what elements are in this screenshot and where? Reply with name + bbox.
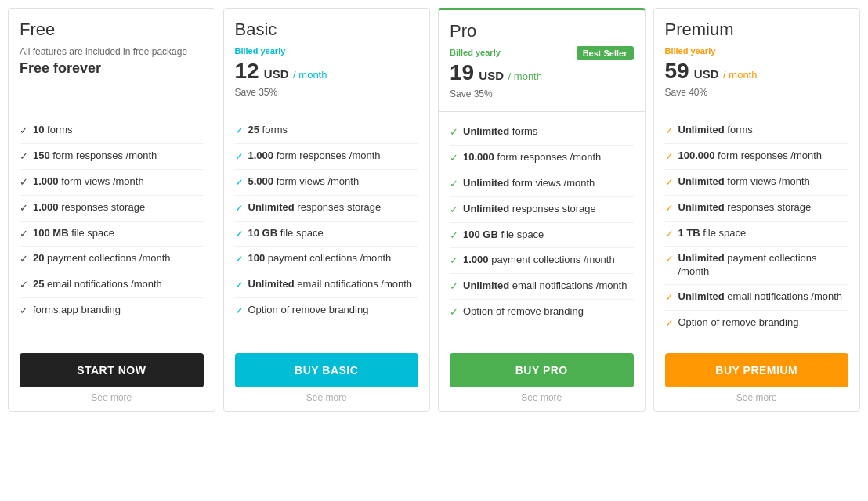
check-icon: ✓: [235, 279, 244, 292]
check-icon: ✓: [20, 228, 28, 241]
feature-item: ✓ 10 forms: [20, 118, 204, 144]
cta-button-free[interactable]: START NOW: [20, 353, 204, 387]
feature-text: Unlimited form views /month: [678, 175, 810, 189]
feature-text: 10 GB file space: [248, 227, 324, 240]
plan-name-basic: Basic: [235, 20, 419, 40]
plan-footer-basic: BUY BASICSee more: [224, 344, 430, 411]
feature-item: ✓ forms.app branding: [20, 298, 204, 323]
feature-text: Unlimited payment collections /month: [678, 252, 849, 279]
feature-item: ✓ 5.000 form views /month: [235, 170, 419, 196]
feature-item: ✓ 1.000 form views /month: [20, 170, 204, 196]
price-row-pro: 19 USD / month: [450, 60, 634, 85]
feature-item: ✓ 25 forms: [235, 118, 419, 144]
see-more-free[interactable]: See more: [20, 387, 204, 405]
feature-item: ✓ Unlimited responses storage: [665, 196, 849, 222]
features-list-basic: ✓ 25 forms✓ 1.000 form responses /month✓…: [224, 110, 430, 344]
plan-header-pro: Pro Billed yearly Best Seller 19 USD / m…: [439, 10, 645, 112]
feature-item: ✓ Unlimited form views /month: [450, 171, 634, 197]
feature-text: Option of remove branding: [678, 316, 799, 330]
billed-label-premium: Billed yearly: [665, 46, 849, 56]
billed-label-basic: Billed yearly: [235, 46, 419, 56]
price-currency-pro: USD: [476, 69, 504, 82]
plan-header-free: FreeAll features are included in free pa…: [9, 9, 215, 110]
cta-button-basic[interactable]: BUY BASIC: [235, 353, 419, 387]
feature-item: ✓ 100 GB file space: [450, 223, 634, 249]
features-list-free: ✓ 10 forms✓ 150 form responses /month✓ 1…: [9, 110, 215, 344]
feature-text: Option of remove branding: [248, 304, 369, 317]
best-seller-badge: Best Seller: [577, 46, 634, 60]
feature-text: 1 TB file space: [678, 227, 747, 240]
feature-item: ✓ 25 email notifications /month: [20, 272, 204, 298]
feature-item: ✓ 10 GB file space: [235, 222, 419, 247]
check-icon: ✓: [450, 152, 458, 165]
price-per-premium: / month: [721, 69, 758, 81]
feature-text: Unlimited email notifications /month: [248, 278, 413, 291]
plan-header-basic: BasicBilled yearly 12 USD / month Save 3…: [224, 9, 430, 110]
price-amount-pro: 19: [450, 60, 474, 85]
feature-item: ✓ 100.000 form responses /month: [665, 144, 849, 170]
price-currency-basic: USD: [261, 67, 289, 81]
features-list-pro: ✓ Unlimited forms✓ 10.000 form responses…: [439, 112, 645, 344]
check-icon: ✓: [665, 176, 674, 189]
check-icon: ✓: [235, 253, 244, 266]
feature-text: Unlimited responses storage: [248, 201, 382, 214]
plan-footer-pro: BUY PROSee more: [439, 344, 645, 411]
save-text-basic: Save 35%: [235, 87, 419, 98]
feature-item: ✓ 1.000 payment collections /month: [450, 248, 634, 274]
feature-text: 1.000 responses storage: [33, 201, 145, 214]
cta-button-pro[interactable]: BUY PRO: [450, 353, 634, 387]
check-icon: ✓: [20, 279, 28, 292]
see-more-pro[interactable]: See more: [450, 387, 634, 405]
feature-text: Option of remove branding: [463, 305, 584, 319]
save-text-premium: Save 40%: [665, 87, 849, 98]
check-icon: ✓: [665, 202, 674, 215]
check-icon: ✓: [20, 305, 28, 318]
feature-item: ✓ 20 payment collections /month: [20, 247, 204, 272]
feature-text: 5.000 form views /month: [248, 175, 360, 189]
plan-footer-free: START NOWSee more: [9, 344, 215, 411]
check-icon: ✓: [450, 126, 458, 139]
feature-text: Unlimited forms: [463, 125, 537, 139]
check-icon: ✓: [235, 176, 244, 189]
feature-text: Unlimited email notifications /month: [678, 290, 843, 304]
feature-item: ✓ 1 TB file space: [665, 222, 849, 247]
plan-card-basic: BasicBilled yearly 12 USD / month Save 3…: [223, 8, 431, 412]
check-icon: ✓: [450, 306, 458, 319]
feature-item: ✓ Unlimited forms: [665, 118, 849, 144]
feature-item: ✓ 1.000 form responses /month: [235, 144, 419, 170]
price-amount-premium: 59: [665, 59, 689, 84]
check-icon: ✓: [20, 124, 28, 138]
check-icon: ✓: [450, 254, 458, 268]
check-icon: ✓: [450, 280, 458, 294]
cta-button-premium[interactable]: BUY PREMIUM: [665, 353, 849, 387]
feature-item: ✓ Option of remove branding: [665, 311, 849, 336]
check-icon: ✓: [235, 202, 244, 215]
see-more-basic[interactable]: See more: [235, 387, 419, 405]
free-forever-label: Free forever: [20, 60, 204, 77]
feature-text: Unlimited responses storage: [463, 203, 596, 216]
billed-label-pro: Billed yearly: [450, 48, 501, 57]
feature-text: 1.000 payment collections /month: [463, 254, 615, 267]
pricing-grid: FreeAll features are included in free pa…: [8, 8, 860, 412]
feature-item: ✓ Unlimited forms: [450, 120, 634, 146]
price-amount-basic: 12: [235, 59, 259, 84]
see-more-premium[interactable]: See more: [665, 387, 849, 405]
check-icon: ✓: [665, 124, 674, 138]
feature-text: 10.000 form responses /month: [463, 151, 601, 164]
free-subtext: All features are included in free packag…: [20, 46, 204, 57]
check-icon: ✓: [665, 150, 674, 164]
price-currency-premium: USD: [691, 67, 719, 81]
feature-text: 25 forms: [248, 124, 288, 137]
price-row-basic: 12 USD / month: [235, 59, 419, 84]
feature-item: ✓ 100 MB file space: [20, 222, 204, 247]
feature-text: Unlimited forms: [678, 124, 753, 137]
check-icon: ✓: [20, 150, 28, 164]
features-list-premium: ✓ Unlimited forms✓ 100.000 form response…: [654, 110, 860, 344]
check-icon: ✓: [20, 176, 28, 189]
feature-item: ✓ Unlimited responses storage: [235, 196, 419, 222]
feature-text: 1.000 form responses /month: [248, 150, 381, 163]
feature-text: 20 payment collections /month: [33, 252, 171, 265]
feature-item: ✓ 1.000 responses storage: [20, 196, 204, 222]
plan-name-free: Free: [20, 20, 204, 40]
feature-item: ✓ Option of remove branding: [450, 300, 634, 325]
